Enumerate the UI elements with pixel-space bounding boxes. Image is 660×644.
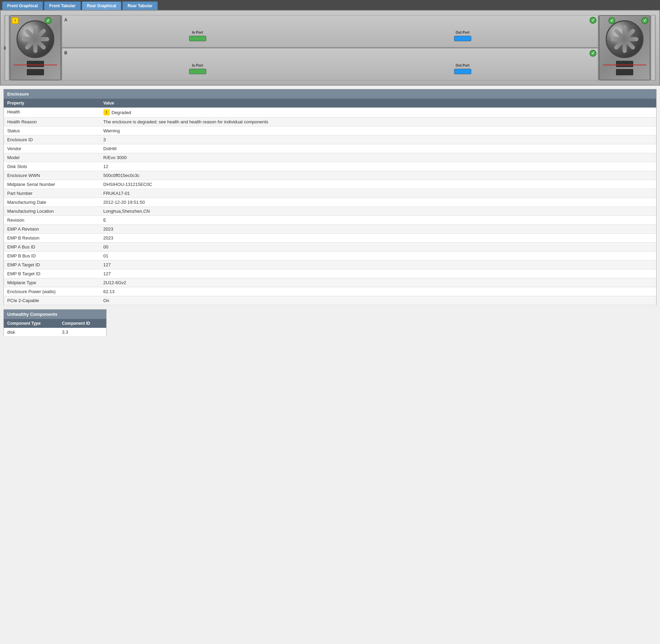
connector-right-1 — [616, 61, 633, 67]
right-handle — [650, 15, 656, 80]
tab-front-graphical[interactable]: Front Graphical — [2, 1, 43, 10]
iom-a-in-port: In Port — [189, 31, 206, 41]
unhealthy-table: Unhealthy Components Component Type Comp… — [3, 309, 107, 337]
value-emp-b-revision: 2023 — [100, 234, 657, 243]
value-pcie: On — [100, 296, 657, 305]
property-midplane-serial: Midplane Serial Number — [4, 180, 100, 189]
value-component-id: 3.3 — [58, 328, 106, 337]
table-row: Vendor DotHill — [4, 144, 657, 153]
table-row: Status Warning — [4, 126, 657, 135]
value-vendor: DotHill — [100, 144, 657, 153]
tab-rear-graphical[interactable]: Rear Graphical — [82, 1, 121, 10]
value-emp-a-bus-id: 00 — [100, 243, 657, 252]
iom-b-in-connector — [189, 69, 206, 74]
iom-a-label: A — [64, 18, 67, 22]
table-row: Disk Slots 12 — [4, 162, 657, 171]
property-emp-a-bus-id: EMP A Bus ID — [4, 243, 100, 252]
tab-rear-tabular[interactable]: Rear Tabular — [122, 1, 157, 10]
table-row: EMP B Bus ID 01 — [4, 252, 657, 260]
connector-left-2 — [27, 69, 44, 75]
iom-a-out-connector — [454, 36, 471, 41]
value-emp-b-bus-id: 01 — [100, 252, 657, 260]
value-emp-a-target-id: 127 — [100, 260, 657, 269]
value-component-type: disk — [4, 328, 59, 337]
fan-circle-right — [606, 20, 644, 58]
table-row: Enclosure Power (watts) 62.13 — [4, 287, 657, 296]
value-status: Warning — [100, 126, 657, 135]
value-enclosure-id: 3 — [100, 135, 657, 144]
fan-connectors-left — [27, 61, 44, 75]
fan-module-left[interactable]: ! ✓ 3 — [10, 15, 61, 80]
table-row: EMP B Target ID 127 — [4, 269, 657, 278]
iom-b-label: B — [64, 51, 67, 55]
table-row: Manufacturing Location Longhua,Shenzhen,… — [4, 207, 657, 216]
value-revision: E — [100, 216, 657, 225]
table-row: EMP A Bus ID 00 — [4, 243, 657, 252]
table-row: PCIe 2-Capable On — [4, 296, 657, 305]
property-wwn: Enclosure WWN — [4, 171, 100, 180]
table-row: EMP A Revision 2023 — [4, 225, 657, 234]
table-row: Enclosure ID 3 — [4, 135, 657, 144]
enclosure-id-label: 3 — [3, 45, 6, 51]
value-health-reason: The enclosure is degraded; see health an… — [100, 118, 657, 126]
property-emp-b-target-id: EMP B Target ID — [4, 269, 100, 278]
enclosure-graphic-wrapper: ! ✓ 3 — [0, 10, 660, 86]
table-row: EMP A Target ID 127 — [4, 260, 657, 269]
iom-a-out-port: Out Port — [454, 31, 471, 41]
enclosure-graphic: ! ✓ 3 — [0, 10, 660, 86]
table-row: Midplane Serial Number DHSIHOU-131215EC0… — [4, 180, 657, 189]
fan-alert-line-left — [14, 65, 57, 65]
iom-a-status: ✓ — [590, 17, 596, 24]
fan-alert-line-right — [603, 65, 646, 65]
iom-section: A ✓ In Port Out Port B — [61, 15, 599, 80]
iom-a[interactable]: A ✓ In Port Out Port — [62, 15, 598, 47]
value-midplane-type: 2U12-6Gv2 — [100, 278, 657, 287]
iom-a-out-port-label: Out Port — [456, 31, 470, 34]
value-mfg-location: Longhua,Shenzhen,CN — [100, 207, 657, 216]
fan-status-ok-right-top: ✓ — [641, 17, 648, 24]
col-header-value: Value — [100, 99, 657, 108]
col-header-component-type: Component Type — [4, 319, 59, 328]
property-vendor: Vendor — [4, 144, 100, 153]
iom-b[interactable]: B ✓ In Port Out Port — [62, 48, 598, 80]
connector-right-2 — [616, 69, 633, 75]
iom-a-in-connector — [189, 36, 206, 41]
table-row: Enclosure WWN 500c0ff015ec0c3c — [4, 171, 657, 180]
property-enclosure-id: Enclosure ID — [4, 135, 100, 144]
property-mfg-location: Manufacturing Location — [4, 207, 100, 216]
table-row: Health ! Degraded — [4, 108, 657, 118]
value-emp-a-revision: 2023 — [100, 225, 657, 234]
property-disk-slots: Disk Slots — [4, 162, 100, 171]
property-status: Status — [4, 126, 100, 135]
table-row: EMP B Revision 2023 — [4, 234, 657, 243]
iom-b-out-port: Out Port — [454, 64, 471, 74]
tab-front-tabular[interactable]: Front Tabular — [44, 1, 80, 10]
value-part-number: FRUKA17-01 — [100, 189, 657, 198]
table-row: Midplane Type 2U12-6Gv2 — [4, 278, 657, 287]
property-model: Model — [4, 153, 100, 162]
table-row: disk 3.3 — [4, 328, 107, 337]
iom-b-out-connector — [454, 69, 471, 74]
unhealthy-section-header: Unhealthy Components — [4, 310, 107, 319]
iom-b-out-port-label: Out Port — [456, 64, 470, 67]
value-mfg-date: 2012-12-20 19:51:50 — [100, 198, 657, 207]
table-row: Health Reason The enclosure is degraded;… — [4, 118, 657, 126]
property-emp-a-revision: EMP A Revision — [4, 225, 100, 234]
fan-module-right[interactable]: ✓ ✓ — [599, 15, 650, 80]
fan-status-warn-left: ! — [12, 17, 19, 24]
enclosure-table: Enclosure Property Value Health ! Degrad… — [3, 89, 657, 305]
property-revision: Revision — [4, 216, 100, 225]
value-disk-slots: 12 — [100, 162, 657, 171]
property-enc-power: Enclosure Power (watts) — [4, 287, 100, 296]
tab-bar: Front Graphical Front Tabular Rear Graph… — [0, 0, 660, 10]
health-status: ! Degraded — [103, 109, 653, 115]
content-area: Enclosure Property Value Health ! Degrad… — [0, 86, 660, 340]
value-enc-power: 62.13 — [100, 287, 657, 296]
property-mfg-date: Manufacturing Date — [4, 198, 100, 207]
table-row: Part Number FRUKA17-01 — [4, 189, 657, 198]
warn-icon-health: ! — [103, 109, 110, 115]
property-midplane-type: Midplane Type — [4, 278, 100, 287]
value-midplane-serial: DHSIHOU-131215EC0C — [100, 180, 657, 189]
iom-b-in-port: In Port — [189, 64, 206, 74]
value-model: R/Evo 3000 — [100, 153, 657, 162]
